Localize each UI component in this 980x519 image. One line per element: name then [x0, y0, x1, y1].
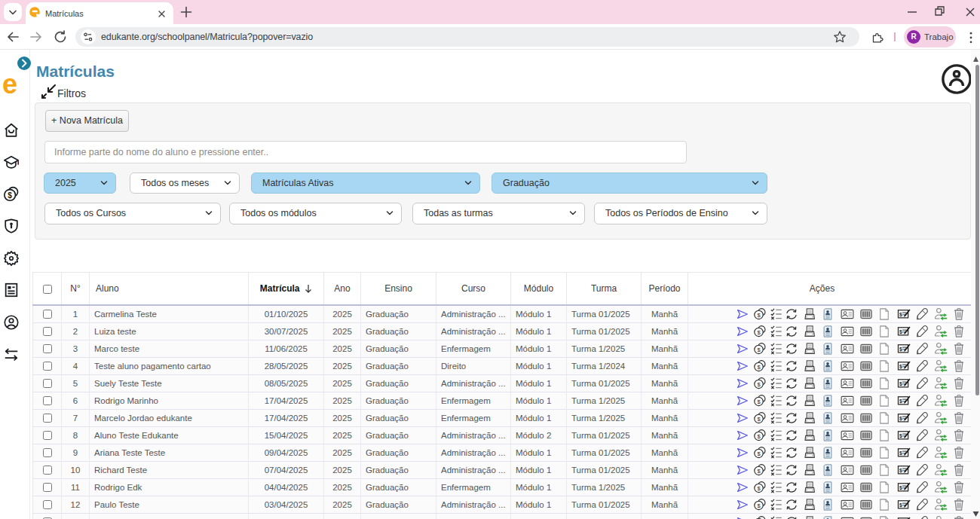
svg-text:$: $ — [8, 191, 12, 200]
